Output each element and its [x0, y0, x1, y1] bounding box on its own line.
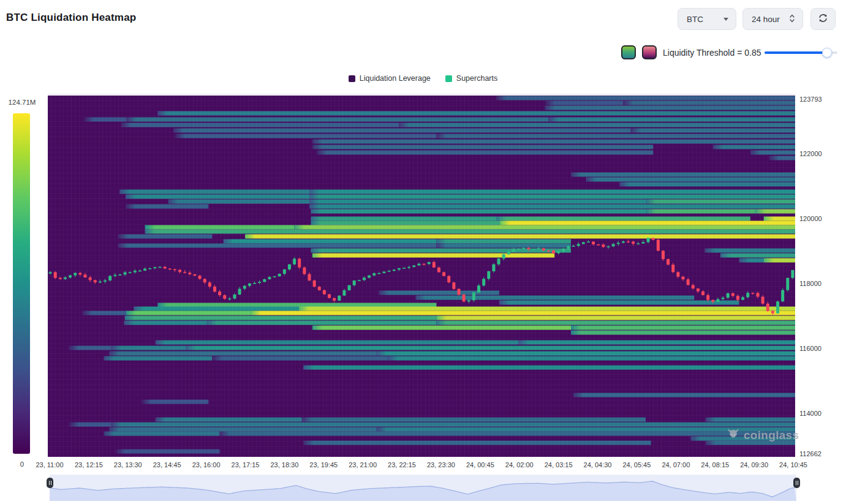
time-tick: 23, 14:45	[146, 461, 189, 468]
time-tick: 24, 09:30	[733, 461, 776, 468]
colorbar-max-label: 124.71M	[5, 99, 39, 106]
price-tick: 118000	[799, 280, 821, 287]
legend-item[interactable]: Supercharts	[445, 74, 497, 83]
legend-swatch	[445, 75, 452, 82]
plot-top-border	[48, 94, 795, 95]
time-tick: 24, 08:15	[693, 461, 736, 468]
time-tick: 24, 05:45	[615, 461, 658, 468]
page-title: BTC Liquidation Heatmap	[6, 12, 136, 24]
time-tick: 24, 10:45	[772, 461, 815, 468]
time-tick: 24, 07:00	[654, 461, 697, 468]
time-tick: 23, 22:15	[380, 461, 423, 468]
time-tick: 23, 13:30	[107, 461, 149, 468]
legend-swatch	[349, 75, 355, 82]
time-tick: 24, 00:45	[459, 461, 502, 468]
time-tick: 23, 18:30	[263, 461, 306, 468]
legend: Liquidation LeverageSupercharts	[0, 74, 846, 83]
watermark-text: coinglass	[744, 429, 799, 442]
time-tick: 24, 03:15	[537, 461, 580, 468]
price-tick: 123793	[799, 96, 822, 103]
legend-label: Liquidation Leverage	[360, 74, 431, 83]
time-tick: 24, 02:00	[498, 461, 541, 468]
time-tick: 23, 16:00	[185, 461, 228, 468]
price-tick: 114000	[799, 410, 821, 417]
refresh-icon	[817, 12, 829, 26]
navigator-handle-right[interactable]	[793, 478, 800, 488]
legend-item[interactable]: Liquidation Leverage	[349, 74, 431, 83]
refresh-button[interactable]	[810, 8, 836, 30]
symbol-select-label: BTC	[687, 15, 703, 24]
time-tick: 24, 04:30	[576, 461, 619, 468]
price-tick: 112662	[799, 450, 821, 457]
colorbar	[13, 113, 30, 454]
slider-thumb[interactable]	[822, 48, 832, 58]
watermark: coinglass	[727, 427, 799, 443]
time-tick: 23, 11:00	[28, 461, 71, 468]
interval-select-label: 24 hour	[752, 15, 780, 24]
time-tick: 23, 23:30	[420, 461, 463, 468]
interval-select[interactable]: 24 hour	[742, 8, 803, 30]
time-tick: 23, 21:00	[341, 461, 384, 468]
colormap-swatch-viridis[interactable]	[621, 45, 636, 59]
symbol-select[interactable]: BTC	[678, 8, 736, 30]
navigator[interactable]	[50, 475, 796, 501]
colormap-swatch-magma[interactable]	[642, 45, 657, 59]
legend-label: Supercharts	[456, 74, 497, 83]
navigator-canvas[interactable]	[50, 475, 796, 501]
threshold-slider[interactable]	[765, 51, 837, 54]
navigator-handle-left[interactable]	[47, 478, 53, 488]
time-tick: 23, 12:15	[67, 461, 110, 468]
chevron-up-down-icon	[789, 13, 795, 25]
price-tick: 122000	[799, 150, 822, 157]
slider-fill	[765, 51, 830, 54]
heatmap-canvas[interactable]	[48, 96, 795, 457]
threshold-label: Liquidity Threshold = 0.85	[663, 48, 761, 58]
price-tick: 120000	[799, 215, 822, 222]
bull-logo-icon	[727, 427, 740, 443]
time-tick: 23, 17:15	[224, 461, 266, 468]
caret-down-icon	[723, 18, 728, 21]
price-tick: 116000	[799, 345, 821, 352]
time-tick: 23, 19:45	[302, 461, 345, 468]
